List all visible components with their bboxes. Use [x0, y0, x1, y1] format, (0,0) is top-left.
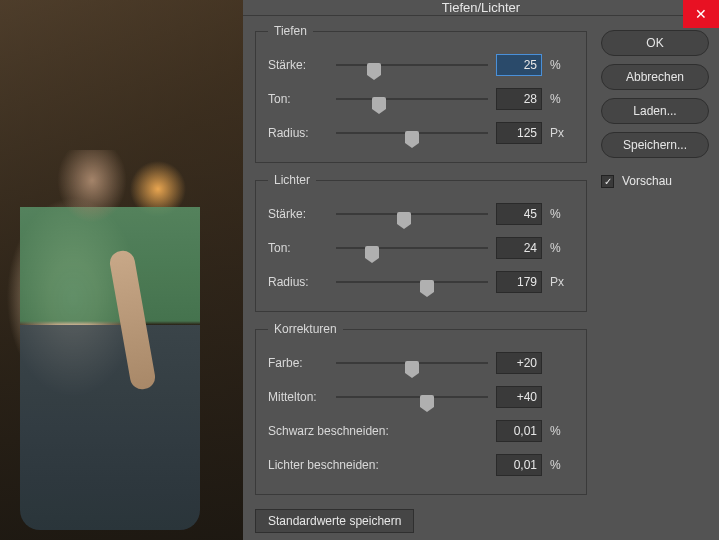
- highlights-legend: Lichter: [268, 173, 316, 187]
- shadows-tone-label: Ton:: [268, 92, 336, 106]
- color-row: Farbe:: [268, 346, 574, 380]
- shadows-radius-row: Radius: Px: [268, 116, 574, 150]
- close-button[interactable]: ✕: [683, 0, 719, 28]
- document-preview: [0, 0, 243, 540]
- highlights-tone-label: Ton:: [268, 241, 336, 255]
- adjustments-legend: Korrekturen: [268, 322, 343, 336]
- title-bar: Tiefen/Lichter ✕: [243, 0, 719, 16]
- midtone-input[interactable]: [496, 386, 542, 408]
- shadows-strength-unit: %: [550, 58, 574, 72]
- shadows-radius-label: Radius:: [268, 126, 336, 140]
- adjustments-group: Korrekturen Farbe: Mittelton:: [255, 322, 587, 495]
- highlights-tone-input[interactable]: [496, 237, 542, 259]
- whiteclip-label: Lichter beschneiden:: [268, 458, 418, 472]
- preview-image-figure: [20, 150, 200, 530]
- highlights-radius-slider[interactable]: [336, 272, 488, 292]
- dialog-title: Tiefen/Lichter: [442, 0, 520, 15]
- midtone-row: Mittelton:: [268, 380, 574, 414]
- shadows-radius-input[interactable]: [496, 122, 542, 144]
- preview-checkbox[interactable]: ✓: [601, 175, 614, 188]
- highlights-strength-row: Stärke: %: [268, 197, 574, 231]
- shadows-tone-slider[interactable]: [336, 89, 488, 109]
- highlights-strength-unit: %: [550, 207, 574, 221]
- shadows-legend: Tiefen: [268, 24, 313, 38]
- blackclip-input[interactable]: [496, 420, 542, 442]
- shadows-tone-unit: %: [550, 92, 574, 106]
- whiteclip-row: Lichter beschneiden: %: [268, 448, 574, 482]
- dialog-sidebar: OK Abbrechen Laden... Speichern... ✓ Vor…: [601, 24, 709, 540]
- midtone-label: Mittelton:: [268, 390, 336, 404]
- midtone-slider[interactable]: [336, 387, 488, 407]
- highlights-tone-slider[interactable]: [336, 238, 488, 258]
- color-slider[interactable]: [336, 353, 488, 373]
- shadows-strength-row: Stärke: %: [268, 48, 574, 82]
- highlights-radius-row: Radius: Px: [268, 265, 574, 299]
- shadows-strength-input[interactable]: [496, 54, 542, 76]
- highlights-tone-unit: %: [550, 241, 574, 255]
- load-button[interactable]: Laden...: [601, 98, 709, 124]
- blackclip-label: Schwarz beschneiden:: [268, 424, 418, 438]
- highlights-radius-unit: Px: [550, 275, 574, 289]
- ok-button[interactable]: OK: [601, 30, 709, 56]
- shadows-strength-label: Stärke:: [268, 58, 336, 72]
- shadows-radius-unit: Px: [550, 126, 574, 140]
- blackclip-unit: %: [550, 424, 574, 438]
- shadows-highlights-dialog: Tiefen/Lichter ✕ Tiefen Stärke:: [243, 0, 719, 540]
- highlights-strength-input[interactable]: [496, 203, 542, 225]
- close-icon: ✕: [695, 6, 707, 22]
- shadows-strength-slider[interactable]: [336, 55, 488, 75]
- color-label: Farbe:: [268, 356, 336, 370]
- shadows-tone-input[interactable]: [496, 88, 542, 110]
- shadows-group: Tiefen Stärke: % Ton:: [255, 24, 587, 163]
- color-input[interactable]: [496, 352, 542, 374]
- preview-checkbox-row[interactable]: ✓ Vorschau: [601, 174, 709, 188]
- whiteclip-unit: %: [550, 458, 574, 472]
- highlights-radius-input[interactable]: [496, 271, 542, 293]
- whiteclip-input[interactable]: [496, 454, 542, 476]
- save-defaults-button[interactable]: Standardwerte speichern: [255, 509, 414, 533]
- highlights-strength-label: Stärke:: [268, 207, 336, 221]
- highlights-tone-row: Ton: %: [268, 231, 574, 265]
- preview-label: Vorschau: [622, 174, 672, 188]
- save-button[interactable]: Speichern...: [601, 132, 709, 158]
- highlights-group: Lichter Stärke: % Ton:: [255, 173, 587, 312]
- highlights-radius-label: Radius:: [268, 275, 336, 289]
- shadows-tone-row: Ton: %: [268, 82, 574, 116]
- cancel-button[interactable]: Abbrechen: [601, 64, 709, 90]
- shadows-radius-slider[interactable]: [336, 123, 488, 143]
- blackclip-row: Schwarz beschneiden: %: [268, 414, 574, 448]
- highlights-strength-slider[interactable]: [336, 204, 488, 224]
